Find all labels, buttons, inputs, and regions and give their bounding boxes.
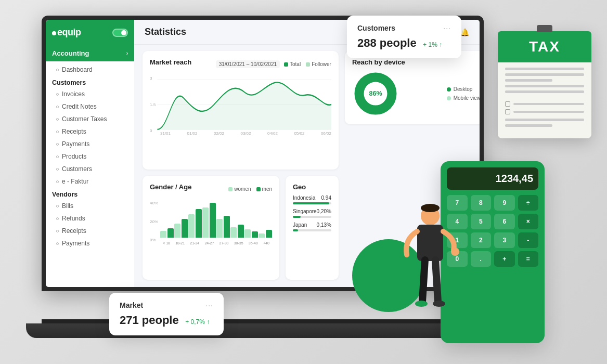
chevron-right-icon: › bbox=[126, 50, 128, 56]
dot-icon bbox=[56, 168, 59, 171]
legend-follower: Follower bbox=[306, 61, 331, 67]
toggle-knob bbox=[121, 30, 126, 35]
bell-icon[interactable]: 🔔 bbox=[460, 28, 469, 36]
sidebar-item-payments-cust[interactable]: Payments bbox=[46, 138, 134, 150]
svg-point-7 bbox=[421, 204, 440, 212]
products-label: Products bbox=[62, 153, 86, 160]
line-chart-svg bbox=[150, 73, 331, 136]
dot-icon bbox=[56, 69, 59, 71]
dot-icon bbox=[56, 217, 59, 220]
sidebar-item-refunds[interactable]: Refunds bbox=[46, 212, 134, 225]
accounting-tab[interactable]: Accounting › bbox=[46, 45, 134, 61]
gender-age-card: Gender / Age women bbox=[143, 176, 279, 280]
line-chart-fill bbox=[158, 82, 331, 129]
customer-taxes-label: Customer Taxes bbox=[62, 115, 107, 123]
sidebar-item-bills[interactable]: Bills bbox=[46, 200, 134, 212]
x-axis-labels: < 1818-2121-2424-2727-3030-3535-40+40 bbox=[160, 241, 272, 245]
market-card-body: 271 people + 0,7% ↑ bbox=[120, 314, 213, 327]
calc-btn-5[interactable]: 5 bbox=[471, 214, 492, 229]
market-card-menu[interactable]: ··· bbox=[205, 301, 213, 309]
geo-indonesia-bar-fill bbox=[293, 202, 329, 204]
sidebar-item-products[interactable]: Products bbox=[46, 150, 134, 163]
calc-btn-9[interactable]: 9 bbox=[494, 195, 515, 211]
legend-follower-dot bbox=[306, 62, 310, 67]
payments-vend-label: Payments bbox=[62, 240, 89, 247]
device-legend: Desktop Mobile views bbox=[447, 86, 480, 101]
bar-men-40plus bbox=[266, 230, 272, 238]
geo-title: Geo bbox=[293, 183, 331, 191]
mobile-dot bbox=[447, 96, 451, 100]
customers-card-body: 288 people + 1% ↑ bbox=[357, 36, 451, 50]
sidebar-item-invoices[interactable]: Invoices bbox=[46, 88, 134, 100]
calc-btn-dot[interactable]: . bbox=[471, 251, 492, 267]
calc-btn-eq[interactable]: = bbox=[518, 251, 539, 267]
calc-btn-mul[interactable]: × bbox=[518, 214, 539, 229]
customers-card-header: Customers ··· bbox=[357, 24, 451, 32]
bar-group-3035 bbox=[230, 225, 244, 238]
market-floating-card: Market ··· 271 people + 0,7% ↑ bbox=[109, 293, 224, 335]
x-axis: 31/0101/0202/0203/0204/0205/0206/02 bbox=[160, 131, 331, 136]
sidebar-item-customer-taxes[interactable]: Customer Taxes bbox=[46, 113, 134, 125]
calculator-display: 1234,45 bbox=[447, 167, 538, 190]
toggle-switch[interactable] bbox=[112, 29, 128, 37]
bar-women-2124 bbox=[188, 214, 195, 238]
gender-legend: women men bbox=[228, 186, 272, 192]
market-reach-card: Market reach 31/01/2021 – 10/02/2021 Tot… bbox=[143, 51, 339, 170]
checkbox-1 bbox=[505, 101, 510, 107]
calc-btn-plus[interactable]: + bbox=[494, 251, 515, 267]
bar-group-1821 bbox=[174, 219, 188, 238]
calc-btn-8[interactable]: 8 bbox=[471, 195, 492, 211]
calc-btn-minus[interactable]: - bbox=[518, 232, 539, 248]
sidebar-item-receipts-vend[interactable]: Receipts bbox=[46, 225, 134, 237]
dot-icon bbox=[56, 230, 59, 232]
logo-dot bbox=[52, 31, 56, 35]
calc-btn-2[interactable]: 2 bbox=[471, 232, 492, 248]
customers-change: + 1% ↑ bbox=[423, 41, 442, 48]
mobile-label: Mobile views bbox=[454, 95, 480, 101]
checkbox-2 bbox=[505, 109, 510, 114]
bar-women-3540 bbox=[244, 229, 251, 238]
receipts-vend-label: Receipts bbox=[62, 227, 86, 235]
calc-btn-3[interactable]: 3 bbox=[494, 232, 515, 248]
market-card-title: Market bbox=[120, 301, 143, 309]
dot-icon bbox=[56, 155, 59, 158]
logo: equip bbox=[52, 27, 81, 38]
reach-by-device-card: Reach by device 86% bbox=[345, 51, 480, 124]
sidebar-item-dashboard[interactable]: Dashboard bbox=[46, 63, 134, 76]
sidebar-item-payments-vend[interactable]: Payments bbox=[46, 237, 134, 250]
arrow-up-icon: ↑ bbox=[206, 318, 210, 326]
bar-women-2730 bbox=[216, 219, 223, 238]
svg-text:86%: 86% bbox=[369, 90, 382, 97]
legend-total-dot bbox=[284, 62, 288, 67]
checkbox-line-2 bbox=[513, 111, 584, 113]
dot-icon bbox=[56, 93, 59, 96]
sidebar-item-receipts-cust[interactable]: Receipts bbox=[46, 125, 134, 138]
receipts-cust-label: Receipts bbox=[62, 128, 86, 135]
geo-indonesia-label: Indonesia0.94 bbox=[293, 195, 331, 201]
checkbox-row-2 bbox=[505, 109, 584, 114]
clipboard-checkboxes bbox=[498, 101, 591, 114]
market-reach-chart: 31.50 bbox=[150, 73, 331, 136]
sidebar-item-customers[interactable]: Customers bbox=[46, 163, 134, 175]
dot-icon bbox=[56, 131, 59, 133]
legend-total: Total bbox=[284, 61, 301, 67]
dot-icon bbox=[56, 118, 59, 121]
line-1 bbox=[505, 68, 584, 70]
calc-btn-6[interactable]: 6 bbox=[494, 214, 515, 229]
customers-card-menu[interactable]: ··· bbox=[443, 24, 451, 32]
sidebar: equip Accounting › Dashboard bbox=[46, 20, 134, 287]
sidebar-item-credit-notes[interactable]: Credit Notes bbox=[46, 100, 134, 113]
legend-men: men bbox=[256, 186, 272, 192]
bar-group-40plus bbox=[259, 230, 272, 238]
efaktur-label: e - Faktur bbox=[62, 178, 88, 185]
person-illustration bbox=[399, 198, 461, 343]
arrow-up-icon: ↑ bbox=[439, 41, 442, 48]
tax-clipboard: TAX bbox=[498, 31, 591, 138]
legend-mobile: Mobile views bbox=[447, 95, 480, 101]
svg-rect-8 bbox=[417, 225, 443, 261]
checkbox-row-1 bbox=[505, 101, 584, 107]
dot-icon bbox=[56, 242, 59, 245]
svg-point-11 bbox=[433, 301, 445, 307]
sidebar-item-efaktur[interactable]: e - Faktur bbox=[46, 175, 134, 188]
calc-btn-div[interactable]: ÷ bbox=[518, 195, 539, 211]
